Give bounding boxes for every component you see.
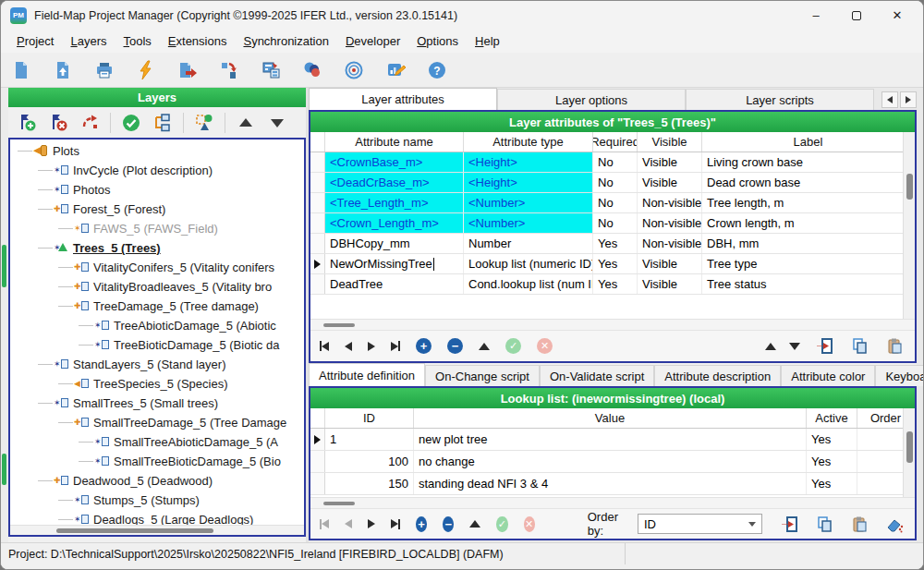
export-project-icon[interactable] bbox=[176, 59, 199, 81]
paste-grid-icon[interactable] bbox=[848, 513, 870, 535]
paste-grid-icon[interactable] bbox=[883, 335, 906, 358]
tree-item-stumps[interactable]: ✶Stumps_5 (Stumps) bbox=[10, 491, 304, 510]
table-row-current[interactable]: 1 new plot tree Yes 9 bbox=[310, 429, 915, 451]
delete-layer-icon[interactable] bbox=[47, 112, 69, 134]
help-icon[interactable]: ? bbox=[426, 59, 448, 81]
col-required[interactable]: Required bbox=[593, 132, 638, 152]
nav-delete-icon[interactable]: − bbox=[447, 338, 463, 354]
quick-actions-icon[interactable] bbox=[135, 59, 157, 81]
menu-layers[interactable]: Layers bbox=[62, 31, 115, 51]
tree-item-forest[interactable]: ✚Forest_5 (Forest) bbox=[10, 200, 304, 219]
col-visible[interactable]: Visible bbox=[638, 132, 702, 152]
tree-item-smalltrees[interactable]: ✶SmallTrees_5 (Small trees) bbox=[10, 394, 304, 413]
attr-move-down-icon[interactable] bbox=[789, 343, 800, 350]
col-active[interactable]: Active bbox=[807, 408, 857, 428]
tree-item-vitalityconifers[interactable]: ✚VitalityConifers_5 (Vitality conifers bbox=[10, 258, 304, 277]
reorder-layer-icon[interactable] bbox=[79, 112, 101, 134]
nav-cancel-icon[interactable]: ✕ bbox=[537, 338, 553, 354]
new-project-icon[interactable] bbox=[10, 59, 32, 81]
print-icon[interactable] bbox=[93, 59, 116, 81]
col-value[interactable]: Value bbox=[414, 408, 807, 428]
tab-scroll-left-icon[interactable] bbox=[881, 91, 898, 108]
nav-prior-icon[interactable] bbox=[345, 519, 352, 528]
menu-help[interactable]: Help bbox=[467, 31, 508, 51]
menu-project[interactable]: Project bbox=[8, 31, 62, 51]
copy-structure-icon[interactable] bbox=[260, 59, 282, 81]
hierarchy-icon[interactable] bbox=[152, 112, 174, 134]
tree-item-vitalitybroadleaves[interactable]: ✚VitalityBroadleaves_5 (Vitality bro bbox=[10, 277, 304, 297]
table-row[interactable]: <Crown_Length_m> <Number> No Non-visible… bbox=[310, 213, 915, 234]
nav-first-icon[interactable] bbox=[320, 519, 329, 529]
nav-insert-icon[interactable]: + bbox=[416, 516, 427, 532]
tree-item-standlayers[interactable]: ✶StandLayers_5 (Stand layer) bbox=[10, 355, 304, 374]
h-scrollbar-thumb[interactable] bbox=[56, 528, 213, 533]
tree-item-deadwood[interactable]: ✚Deadwood_5 (Deadwood) bbox=[10, 471, 304, 491]
nav-insert-icon[interactable]: + bbox=[416, 338, 432, 354]
tree-item-faws[interactable]: ✶FAWS_5 (FAWS_Field) bbox=[10, 219, 304, 238]
tab-on-change-script[interactable]: On-Change script bbox=[425, 365, 540, 386]
table-row[interactable]: <CrownBase_m> <Height> No Visible Living… bbox=[310, 152, 915, 173]
menu-developer[interactable]: Developer bbox=[337, 31, 408, 51]
export-grid-icon[interactable] bbox=[813, 335, 835, 358]
menu-extensions[interactable]: Extensions bbox=[160, 31, 236, 51]
tab-layer-options[interactable]: Layer options bbox=[497, 89, 686, 110]
attributes-horizontal-scrollbar[interactable] bbox=[310, 319, 915, 330]
move-up-icon[interactable] bbox=[235, 112, 257, 134]
target-icon[interactable] bbox=[343, 59, 365, 81]
attributes-vertical-scrollbar[interactable] bbox=[903, 132, 915, 319]
tree-item-plots[interactable]: ◀Plots bbox=[10, 141, 304, 161]
tree-item-trees[interactable]: ✶Trees_5 (Trees) bbox=[10, 238, 304, 258]
tree-item-smalltreedamage[interactable]: ✚SmallTreeDamage_5 (Tree Damage bbox=[10, 413, 304, 432]
lookup-vertical-scrollbar[interactable] bbox=[903, 408, 915, 497]
minimize-button[interactable]: – bbox=[796, 2, 836, 29]
copy-grid-icon[interactable] bbox=[813, 513, 835, 535]
tree-item-smalltreeabioticdamage[interactable]: ✶SmallTreeAbioticDamage_5 (A bbox=[10, 432, 304, 452]
col-id[interactable]: ID bbox=[325, 408, 414, 428]
tab-on-validate-script[interactable]: On-Validate script bbox=[540, 365, 654, 386]
map-editor-icon[interactable] bbox=[384, 59, 407, 81]
close-button[interactable]: ✕ bbox=[877, 2, 918, 29]
v-scrollbar-thumb[interactable] bbox=[906, 431, 913, 463]
export-grid-icon[interactable] bbox=[778, 513, 800, 535]
tab-layer-attributes[interactable]: Layer attributes bbox=[309, 88, 497, 110]
copy-grid-icon[interactable] bbox=[848, 335, 870, 358]
tree-item-treebioticdamage[interactable]: ✶TreeBioticDamage_5 (Biotic da bbox=[10, 335, 304, 355]
table-row[interactable]: 150 standing dead NFI 3 & 4 Yes bbox=[310, 473, 915, 495]
lookup-horizontal-scrollbar[interactable] bbox=[310, 497, 915, 508]
nav-delete-icon[interactable]: − bbox=[443, 516, 454, 532]
structure-export-icon[interactable] bbox=[218, 59, 240, 81]
menu-options[interactable]: Options bbox=[408, 31, 467, 51]
nav-next-icon[interactable] bbox=[368, 342, 375, 351]
nav-post-icon[interactable]: ✓ bbox=[496, 516, 507, 532]
tree-item-invcycle[interactable]: ✶InvCycle (Plot description) bbox=[10, 161, 304, 180]
tab-attribute-color[interactable]: Attribute color bbox=[781, 365, 875, 386]
tree-horizontal-scrollbar[interactable] bbox=[10, 525, 304, 535]
geometry-icon[interactable] bbox=[193, 112, 215, 134]
move-down-icon[interactable] bbox=[266, 112, 288, 134]
table-row[interactable]: DeadTree Cond.lookup list (num ID) Yes V… bbox=[310, 274, 915, 295]
table-row[interactable]: <DeadCrBase_m> <Height> No Visible Dead … bbox=[310, 173, 915, 193]
nav-last-icon[interactable] bbox=[391, 519, 400, 529]
table-row[interactable]: DBHCopy_mm Number Yes Non-visible DBH, m… bbox=[310, 234, 915, 254]
menu-synchronization[interactable]: Synchronization bbox=[235, 31, 337, 51]
tab-layer-scripts[interactable]: Layer scripts bbox=[686, 89, 874, 110]
spheres-icon[interactable] bbox=[301, 59, 323, 81]
tab-attribute-definition[interactable]: Attribute definition bbox=[309, 363, 425, 386]
v-scrollbar-thumb[interactable] bbox=[906, 174, 913, 200]
col-label[interactable]: Label bbox=[702, 132, 915, 152]
tab-keyboard[interactable]: Keyboard bbox=[875, 365, 924, 386]
table-row-current[interactable]: NewOrMissingTree Lookup list (numeric ID… bbox=[310, 254, 915, 274]
tree-item-deadlogs[interactable]: ✶Deadlogs_5 (Large Deadlogs) bbox=[10, 510, 304, 525]
table-row[interactable]: 100 no change Yes 1 bbox=[310, 451, 915, 473]
col-attribute-name[interactable]: Attribute name bbox=[325, 132, 464, 152]
nav-post-icon[interactable]: ✓ bbox=[505, 338, 521, 354]
tab-scroll-right-icon[interactable] bbox=[900, 91, 917, 108]
menu-tools[interactable]: Tools bbox=[116, 31, 160, 51]
open-project-icon[interactable] bbox=[52, 59, 74, 81]
tree-item-photos[interactable]: ✶Photos bbox=[10, 180, 304, 200]
nav-sort-icon[interactable] bbox=[479, 343, 490, 350]
nav-last-icon[interactable] bbox=[391, 341, 400, 351]
tree-item-smalltreebioticdamage[interactable]: ✶SmallTreeBioticDamage_5 (Bio bbox=[10, 452, 304, 471]
col-attribute-type[interactable]: Attribute type bbox=[464, 132, 593, 152]
nav-first-icon[interactable] bbox=[320, 341, 329, 351]
